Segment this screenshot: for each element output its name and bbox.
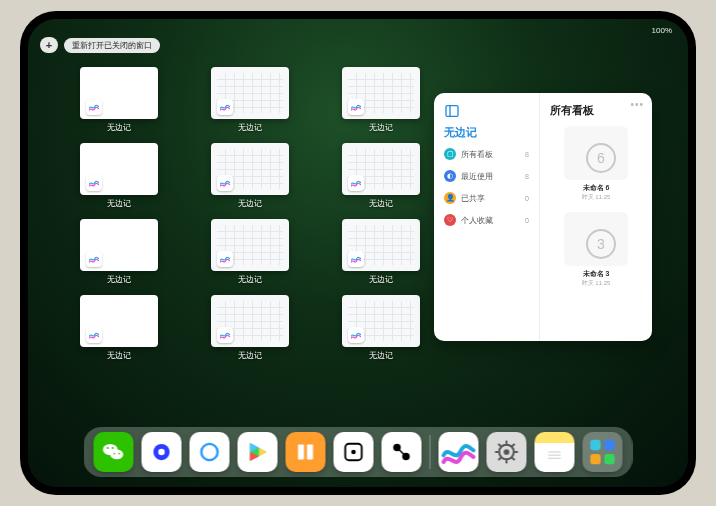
window-preview	[80, 67, 158, 119]
svg-text:6: 6	[597, 150, 605, 166]
dock-separator	[430, 435, 431, 469]
window-thumb[interactable]: 无边记	[191, 219, 308, 285]
window-preview	[342, 67, 420, 119]
svg-rect-42	[604, 454, 614, 464]
svg-point-13	[158, 449, 165, 456]
window-grid: 无边记无边记无边记无边记无边记无边记无边记无边记无边记无边记无边记无边记	[60, 67, 440, 361]
dock-quark-icon[interactable]	[190, 432, 230, 472]
board-name: 未命名 6	[550, 183, 642, 193]
dock-wechat-icon[interactable]	[94, 432, 134, 472]
freeform-icon	[348, 327, 364, 343]
window-preview	[211, 295, 289, 347]
freeform-icon	[348, 99, 364, 115]
dock-app-library-icon[interactable]	[583, 432, 623, 472]
window-thumb[interactable]: 无边记	[323, 295, 440, 361]
window-preview	[342, 295, 420, 347]
new-window-button[interactable]: +	[40, 37, 58, 53]
category-2[interactable]: 👤已共享0	[444, 192, 529, 204]
dock-settings-icon[interactable]	[487, 432, 527, 472]
window-preview	[342, 219, 420, 271]
freeform-icon	[86, 175, 102, 191]
sidebar-toggle-icon[interactable]	[444, 103, 460, 119]
ipad-frame: 100% + 重新打开已关闭的窗口 无边记无边记无边记无边记无边记无边记无边记无…	[20, 11, 696, 495]
dock-play-icon[interactable]	[238, 432, 278, 472]
svg-point-11	[118, 453, 120, 455]
window-thumb[interactable]: 无边记	[323, 67, 440, 133]
freeform-icon	[86, 251, 102, 267]
svg-rect-40	[604, 440, 614, 450]
panel-more-button[interactable]: •••	[630, 99, 644, 110]
category-label: 所有看板	[461, 149, 493, 160]
category-label: 最近使用	[461, 171, 493, 182]
panel-right-heading: 所有看板	[550, 103, 642, 118]
svg-rect-20	[307, 445, 313, 460]
window-thumb[interactable]: 无边记	[60, 143, 177, 209]
svg-point-9	[112, 447, 114, 449]
window-label: 无边记	[107, 122, 131, 133]
category-icon: ♡	[444, 214, 456, 226]
category-count: 0	[525, 217, 529, 224]
window-preview	[80, 295, 158, 347]
category-label: 已共享	[461, 193, 485, 204]
freeform-icon	[86, 99, 102, 115]
svg-rect-19	[298, 445, 304, 460]
window-thumb[interactable]: 无边记	[323, 143, 440, 209]
window-thumb[interactable]: 无边记	[60, 67, 177, 133]
window-label: 无边记	[238, 198, 262, 209]
board-item[interactable]: 3未命名 3昨天 11:25	[550, 212, 642, 288]
window-label: 无边记	[238, 274, 262, 285]
window-thumb[interactable]: 无边记	[191, 143, 308, 209]
scribble-icon: 3	[581, 224, 611, 254]
panel-title: 无边记	[444, 125, 529, 140]
window-label: 无边记	[369, 274, 393, 285]
window-thumb[interactable]: 无边记	[191, 295, 308, 361]
svg-rect-39	[590, 440, 600, 450]
dock-dice-icon[interactable]	[334, 432, 374, 472]
window-preview	[80, 219, 158, 271]
screen: 100% + 重新打开已关闭的窗口 无边记无边记无边记无边记无边记无边记无边记无…	[28, 19, 688, 487]
window-label: 无边记	[238, 350, 262, 361]
freeform-icon	[217, 175, 233, 191]
freeform-icon	[86, 327, 102, 343]
window-label: 无边记	[107, 274, 131, 285]
panel-content: ••• 所有看板 6未命名 6昨天 11:253未命名 3昨天 11:25	[540, 93, 652, 341]
svg-rect-41	[590, 454, 600, 464]
board-item[interactable]: 6未命名 6昨天 11:25	[550, 126, 642, 202]
svg-line-32	[498, 444, 500, 446]
svg-point-7	[110, 450, 123, 460]
category-3[interactable]: ♡个人收藏0	[444, 214, 529, 226]
dock-quark-hd-icon[interactable]	[142, 432, 182, 472]
window-thumb[interactable]: 无边记	[323, 219, 440, 285]
svg-point-27	[504, 449, 510, 455]
dock-freeform-icon[interactable]	[439, 432, 479, 472]
dock-books-icon[interactable]	[286, 432, 326, 472]
svg-line-33	[512, 458, 514, 460]
category-1[interactable]: ◐最近使用8	[444, 170, 529, 182]
svg-line-35	[512, 444, 514, 446]
status-bar: 100%	[28, 23, 688, 37]
window-thumb[interactable]: 无边记	[60, 295, 177, 361]
freeform-icon	[217, 327, 233, 343]
category-count: 8	[525, 173, 529, 180]
category-label: 个人收藏	[461, 215, 493, 226]
board-date: 昨天 11:25	[550, 193, 642, 202]
reopen-closed-button[interactable]: 重新打开已关闭的窗口	[64, 38, 160, 53]
window-preview	[342, 143, 420, 195]
category-0[interactable]: ▢所有看板8	[444, 148, 529, 160]
panel-sidebar: 无边记 ▢所有看板8◐最近使用8👤已共享0♡个人收藏0	[434, 93, 540, 341]
board-date: 昨天 11:25	[550, 279, 642, 288]
board-preview: 6	[564, 126, 628, 180]
category-icon: 👤	[444, 192, 456, 204]
window-thumb[interactable]: 无边记	[191, 67, 308, 133]
dock	[84, 427, 633, 477]
window-preview	[211, 219, 289, 271]
window-preview	[211, 143, 289, 195]
window-label: 无边记	[107, 350, 131, 361]
svg-point-14	[201, 444, 217, 460]
dock-graph-icon[interactable]	[382, 432, 422, 472]
freeform-icon	[348, 251, 364, 267]
dock-notes-icon[interactable]	[535, 432, 575, 472]
window-thumb[interactable]: 无边记	[60, 219, 177, 285]
window-label: 无边记	[369, 198, 393, 209]
svg-line-34	[498, 458, 500, 460]
